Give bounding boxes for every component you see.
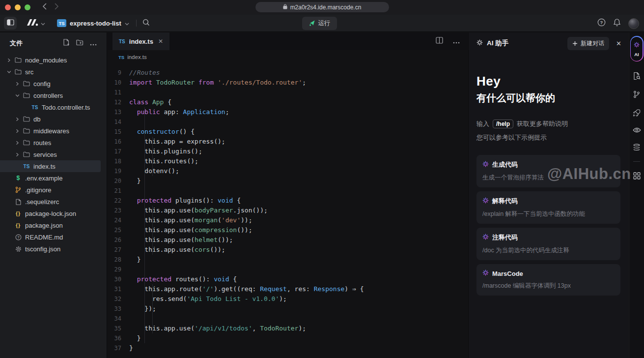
file-search-icon[interactable] (633, 72, 641, 80)
editor-more-icon[interactable] (453, 37, 460, 46)
run-button[interactable]: 运行 (302, 17, 337, 30)
tree-item-index.ts[interactable]: TSindex.ts (0, 160, 101, 172)
code-area[interactable]: 9//Routes10import TodoRouter from './rou… (108, 64, 468, 353)
code-line-19[interactable]: 19 dotenv(); (108, 166, 468, 176)
line-number: 35 (108, 324, 129, 333)
rocket-icon[interactable] (633, 109, 641, 117)
code-line-14[interactable]: 14 (108, 117, 468, 127)
database-icon[interactable] (633, 144, 641, 151)
tree-item-package.json[interactable]: {}package.json (0, 219, 101, 231)
new-chat-button[interactable]: 新建对话 (567, 37, 609, 50)
tree-item-.sequelizerc[interactable]: .sequelizerc (0, 196, 101, 208)
tree-item-config[interactable]: config (0, 78, 101, 90)
chevron-right-icon[interactable] (13, 141, 21, 145)
code-line-28[interactable]: 28 } (108, 255, 468, 265)
tree-item-.env.example[interactable]: $.env.example (0, 172, 101, 184)
file-label: package.json (25, 222, 63, 229)
code-line-22[interactable]: 22 protected plugins(): void { (108, 196, 468, 206)
code-line-37[interactable]: 37} (108, 343, 468, 353)
code-line-27[interactable]: 27 this.app.use(cors()); (108, 245, 468, 255)
line-number: 34 (108, 314, 129, 324)
chevron-down-icon[interactable] (13, 93, 21, 97)
toggle-sidebar-button[interactable] (4, 17, 17, 30)
code-line-30[interactable]: 30 protected routes(): void { (108, 274, 468, 284)
ai-assistant-tab[interactable]: AI (630, 36, 644, 61)
code-line-16[interactable]: 16 this.app = express(); (108, 137, 468, 147)
new-folder-icon[interactable] (76, 39, 84, 48)
line-number: 23 (108, 206, 129, 215)
breadcrumb[interactable]: TS index.ts (108, 50, 468, 64)
apps-grid-icon[interactable] (633, 172, 641, 179)
tree-item-.gitignore[interactable]: .gitignore (0, 184, 101, 196)
code-line-10[interactable]: 10import TodoRouter from './routes/Todo.… (108, 78, 468, 88)
code-line-36[interactable]: 36 } (108, 333, 468, 343)
code-line-12[interactable]: 12class App { (108, 97, 468, 107)
code-line-32[interactable]: 32 res.send('Api Todo List - v1.0.0'); (108, 294, 468, 304)
code-line-35[interactable]: 35 this.app.use('/api/v1/todos', TodoRou… (108, 324, 468, 333)
back-icon[interactable] (42, 3, 47, 12)
marscode-menu[interactable] (26, 19, 45, 28)
git-branch-icon[interactable] (633, 90, 640, 98)
chevron-right-icon[interactable] (13, 152, 21, 157)
maximize-window-button[interactable] (25, 4, 30, 10)
file-tree: node_modulessrcconfigcontrollersTSTodo.c… (0, 54, 107, 255)
close-panel-icon[interactable]: ✕ (616, 40, 621, 47)
notifications-bell-icon[interactable] (613, 18, 621, 29)
tree-item-node_modules[interactable]: node_modules (0, 54, 101, 66)
tab-index-ts[interactable]: TS index.ts ✕ (112, 32, 169, 50)
code-line-24[interactable]: 24 this.app.use(morgan('dev')); (108, 215, 468, 225)
tree-item-db[interactable]: db (0, 113, 101, 125)
code-line-25[interactable]: 25 this.app.use(compression()); (108, 225, 468, 235)
code-line-33[interactable]: 33 }); (108, 304, 468, 314)
tree-item-src[interactable]: src (0, 66, 101, 78)
window-controls (5, 4, 30, 10)
close-window-button[interactable] (5, 4, 11, 10)
code-line-23[interactable]: 23 this.app.use(bodyParser.json()); (108, 206, 468, 215)
code-line-34[interactable]: 34 (108, 314, 468, 324)
chevron-right-icon[interactable] (5, 58, 13, 62)
code-line-21[interactable]: 21 (108, 186, 468, 196)
minimize-window-button[interactable] (15, 4, 21, 10)
eye-icon[interactable] (633, 127, 641, 133)
prompt-card-2[interactable]: 解释代码/explain 解释一下当前选中函数的功能 (476, 191, 620, 224)
line-number: 32 (108, 294, 129, 304)
activity-bar: AI (629, 32, 644, 358)
new-file-icon[interactable] (63, 39, 70, 48)
prompt-card-4[interactable]: MarsCode/marscode 编辑器字体调到 13px (476, 264, 620, 296)
chevron-right-icon[interactable] (13, 82, 21, 86)
code-line-18[interactable]: 18 this.routes(); (108, 156, 468, 166)
tree-item-controllers[interactable]: controllers (0, 90, 101, 101)
forward-icon[interactable] (55, 3, 59, 12)
more-actions-icon[interactable] (90, 39, 97, 48)
code-line-20[interactable]: 20 } (108, 176, 468, 186)
tree-item-middlewares[interactable]: middlewares (0, 125, 101, 137)
tree-item-routes[interactable]: routes (0, 137, 101, 149)
code-line-9[interactable]: 9//Routes (108, 68, 468, 78)
prompt-card-3[interactable]: 注释代码/doc 为当前选中的代码生成注释 (476, 228, 620, 260)
line-number: 37 (108, 343, 129, 353)
tree-item-README.md[interactable]: ?README.md (0, 231, 101, 243)
prompt-card-1[interactable]: 生成代码生成一个冒泡排序算法 (476, 155, 620, 187)
code-line-31[interactable]: 31 this.app.route('/').get((req: Request… (108, 284, 468, 294)
code-line-11[interactable]: 11 (108, 88, 468, 97)
code-line-29[interactable]: 29 (108, 265, 468, 274)
address-bar[interactable]: m2a0r2s4.ide.marscode.cn (255, 2, 389, 12)
help-icon[interactable]: ? (597, 18, 606, 29)
tree-item-tsconfig.json[interactable]: tsconfig.json (0, 243, 101, 255)
split-editor-icon[interactable] (436, 37, 443, 46)
project-selector[interactable]: TS express-todo-list (57, 19, 129, 28)
code-line-15[interactable]: 15 constructor() { (108, 127, 468, 137)
tree-item-package-lock.json[interactable]: {}package-lock.json (0, 208, 101, 219)
search-icon[interactable] (142, 19, 150, 28)
user-avatar[interactable] (628, 18, 639, 29)
code-line-13[interactable]: 13 public app: Application; (108, 107, 468, 117)
code-line-17[interactable]: 17 this.plugins(); (108, 147, 468, 156)
chevron-right-icon[interactable] (13, 117, 21, 121)
line-content: this.app.route('/').get((req: Request, r… (129, 284, 364, 294)
close-tab-icon[interactable]: ✕ (158, 38, 163, 45)
tree-item-Todo.controller.ts[interactable]: TSTodo.controller.ts (0, 101, 101, 113)
chevron-down-icon[interactable] (5, 70, 13, 74)
chevron-right-icon[interactable] (13, 129, 21, 133)
code-line-26[interactable]: 26 this.app.use(helmet()); (108, 235, 468, 245)
tree-item-services[interactable]: services (0, 149, 101, 160)
